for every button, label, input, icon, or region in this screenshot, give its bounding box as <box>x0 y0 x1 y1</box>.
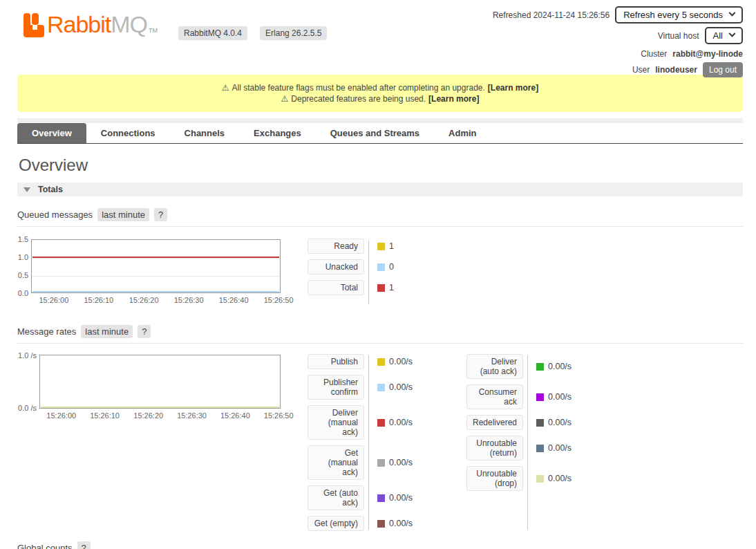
learn-more-link[interactable]: [Learn more] <box>428 94 479 104</box>
legend-label: Get (auto ack) <box>308 485 364 510</box>
total-value: 1 <box>389 283 394 292</box>
get-auto-value: 0.00/s <box>389 493 413 503</box>
legend-label: Deliver (auto ack) <box>466 354 523 379</box>
total-line <box>32 257 279 258</box>
refresh-interval-select[interactable]: Refresh every 5 seconds <box>615 6 743 24</box>
total-swatch <box>377 284 385 292</box>
get-manual-swatch <box>377 459 385 467</box>
warning-icon: ⚠ <box>222 83 229 93</box>
y-tick: 0.0 <box>18 288 28 298</box>
rates-legend-col1: Publish 0.00/s Publisher confirm 0.00/s … <box>308 354 466 531</box>
global-counts-header: Global counts ? <box>17 541 743 549</box>
message-rates-legend: Publish 0.00/s Publisher confirm 0.00/s … <box>308 354 625 531</box>
x-tick: 15:26:10 <box>90 411 120 420</box>
y-tick: 1.0 /s <box>18 351 37 360</box>
legend-label: Ready <box>308 239 364 254</box>
x-tick: 15:26:40 <box>219 296 249 304</box>
y-tick: 0.5 <box>18 270 28 280</box>
warning-icon: ⚠ <box>281 94 289 104</box>
rabbitmq-rabbit-icon <box>23 13 44 38</box>
queued-plot-area <box>31 239 281 293</box>
legend-divider <box>527 355 528 530</box>
x-tick: 15:26:50 <box>264 411 294 420</box>
get-empty-swatch <box>377 520 385 528</box>
legend-divider <box>368 355 369 530</box>
legend-label: Total <box>308 280 364 295</box>
legend-label: Redelivered <box>466 415 523 430</box>
rates-baseline <box>41 407 279 408</box>
x-tick: 15:26:00 <box>39 296 68 304</box>
queued-messages-header: Queued messages last minute ? <box>17 208 743 227</box>
cluster-name: rabbit@my-linode <box>672 49 743 59</box>
page-title: Overview <box>19 156 743 175</box>
banner-text: All stable feature flags must be enabled… <box>232 83 485 93</box>
redelivered-swatch <box>536 419 544 427</box>
legend-label: Publisher confirm <box>308 375 364 400</box>
legend-row-unroutable-drop: Unroutable (drop) 0.00/s <box>466 466 625 491</box>
virtual-host-label: Virtual host <box>658 31 699 41</box>
consumer-ack-swatch <box>536 393 544 401</box>
queued-range-badge[interactable]: last minute <box>97 208 149 221</box>
x-tick: 15:26:30 <box>174 296 204 304</box>
tab-admin[interactable]: Admin <box>434 123 491 143</box>
legend-row-deliver-manual: Deliver (manual ack) 0.00/s <box>308 405 466 440</box>
legend-label: Deliver (manual ack) <box>308 405 364 440</box>
deliver-manual-swatch <box>377 419 385 427</box>
cluster-label: Cluster <box>641 49 667 59</box>
unroutable-drop-value: 0.00/s <box>548 474 571 483</box>
tab-exchanges[interactable]: Exchanges <box>239 123 316 143</box>
tab-overview[interactable]: Overview <box>17 123 86 143</box>
legend-divider <box>368 240 369 304</box>
legend-row-publish: Publish 0.00/s <box>308 354 466 369</box>
legend-label: Get (empty) <box>308 516 364 531</box>
chevron-down-icon <box>729 30 736 37</box>
totals-section-toggle[interactable]: Totals <box>17 183 743 196</box>
collapse-triangle-icon <box>23 187 30 192</box>
tab-connections[interactable]: Connections <box>86 123 170 143</box>
legend-label: Unroutable (return) <box>466 436 523 460</box>
header: RabbitMQ TM RabbitMQ 4.0.4 Erlang 26.2.5… <box>17 0 743 73</box>
rabbitmq-logo[interactable]: RabbitMQ TM <box>23 11 158 38</box>
rates-plot-area <box>39 355 281 409</box>
legend-row-unacked: Unacked 0 <box>308 259 394 274</box>
x-tick: 15:26:20 <box>129 296 159 304</box>
global-counts-help-icon[interactable]: ? <box>77 541 91 549</box>
get-empty-value: 0.00/s <box>389 519 413 528</box>
message-rates-title: Message rates <box>17 326 76 337</box>
user-label: User <box>632 65 650 75</box>
publish-swatch <box>377 358 385 366</box>
logout-button[interactable]: Log out <box>703 62 743 77</box>
chevron-down-icon <box>729 10 736 17</box>
legend-row-get-empty: Get (empty) 0.00/s <box>308 516 466 531</box>
legend-row-get-manual: Get (manual ack) 0.00/s <box>308 445 466 480</box>
get-auto-swatch <box>377 494 385 502</box>
redelivered-value: 0.00/s <box>548 418 571 427</box>
y-tick: 1.5 <box>18 234 28 244</box>
deliver-auto-value: 0.00/s <box>548 362 571 371</box>
legend-row-publisher-confirm: Publisher confirm 0.00/s <box>308 375 466 400</box>
unacked-swatch <box>377 263 385 271</box>
learn-more-link[interactable]: [Learn more] <box>488 83 538 93</box>
x-tick: 15:26:40 <box>220 411 250 420</box>
trademark-label: TM <box>149 27 158 34</box>
virtual-host-select[interactable]: All <box>705 27 743 44</box>
queued-help-icon[interactable]: ? <box>154 208 167 221</box>
main-nav-tabs: Overview Connections Channels Exchanges … <box>17 123 743 144</box>
queued-messages-chart: 1.5 1.0 0.5 0.0 15:26:00 15:26:10 15:26:… <box>17 236 281 306</box>
deliver-manual-value: 0.00/s <box>389 418 413 427</box>
unroutable-drop-swatch <box>536 475 544 483</box>
legend-row-deliver-auto: Deliver (auto ack) 0.00/s <box>466 354 625 379</box>
legend-row-ready: Ready 1 <box>308 239 394 254</box>
rates-range-badge[interactable]: last minute <box>81 325 133 338</box>
rates-help-icon[interactable]: ? <box>138 325 151 338</box>
legend-row-redelivered: Redelivered 0.00/s <box>466 415 625 430</box>
tab-channels[interactable]: Channels <box>170 123 240 143</box>
rabbitmq-version-badge: RabbitMQ 4.0.4 <box>178 26 247 40</box>
legend-row-unroutable-return: Unroutable (return) 0.00/s <box>466 436 625 460</box>
message-rates-header: Message rates last minute ? <box>17 325 743 344</box>
queued-messages-title: Queued messages <box>17 210 93 220</box>
x-tick: 15:26:30 <box>177 411 207 420</box>
tab-queues-and-streams[interactable]: Queues and Streams <box>316 123 434 143</box>
publisher-confirm-value: 0.00/s <box>389 382 413 392</box>
x-tick: 15:26:50 <box>264 296 294 304</box>
